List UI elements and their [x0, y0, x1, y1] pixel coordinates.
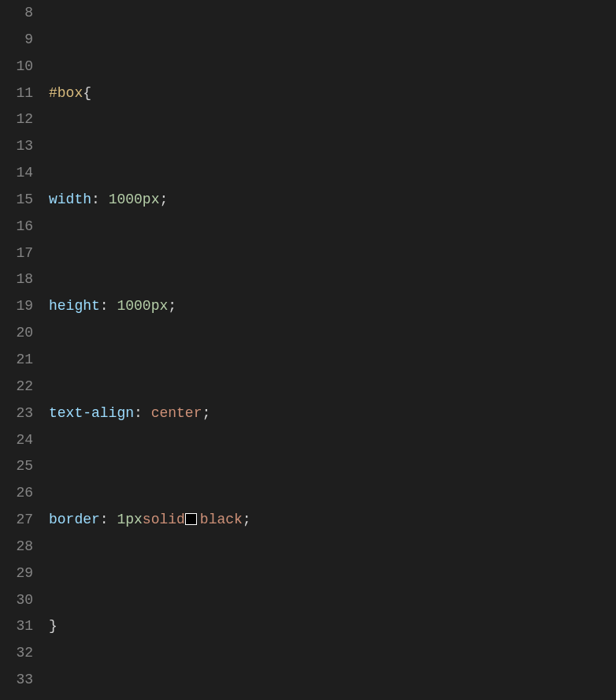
- line-number: 18: [0, 266, 33, 293]
- line-number: 29: [0, 560, 33, 587]
- css-selector: #box: [49, 80, 83, 107]
- line-number: 13: [0, 133, 33, 160]
- line-number: 12: [0, 106, 33, 133]
- line-number: 8: [0, 0, 33, 27]
- line-number-gutter: 8 9 10 11 12 13 14 15 16 17 18 19 20 21 …: [0, 0, 49, 700]
- css-prop: border: [49, 507, 100, 534]
- line-number: 31: [0, 613, 33, 640]
- line-number: 17: [0, 240, 33, 267]
- line-number: 24: [0, 427, 33, 454]
- code-line[interactable]: border: 1px solid black;: [49, 507, 616, 534]
- css-value: solid: [143, 507, 185, 534]
- line-number: 21: [0, 347, 33, 374]
- css-prop: width: [49, 187, 91, 214]
- line-number: 27: [0, 507, 33, 534]
- line-number: 26: [0, 480, 33, 507]
- code-line[interactable]: width: 1000px;: [49, 187, 616, 214]
- line-number: 19: [0, 293, 33, 320]
- line-number: 23: [0, 400, 33, 427]
- color-swatch-icon[interactable]: [185, 513, 197, 525]
- line-number: 20: [0, 320, 33, 347]
- code-area[interactable]: #box { width: 1000px; height: 1000px; te…: [49, 0, 616, 700]
- line-number: 32: [0, 640, 33, 667]
- code-line[interactable]: height: 1000px;: [49, 293, 616, 320]
- code-line[interactable]: #box {: [49, 80, 616, 107]
- line-number: 25: [0, 453, 33, 480]
- line-number: 16: [0, 214, 33, 240]
- line-number: 9: [0, 27, 33, 54]
- line-number: 30: [0, 587, 33, 614]
- css-prop: height: [49, 293, 100, 320]
- line-number: 10: [0, 54, 33, 80]
- css-value: black: [200, 507, 243, 534]
- line-number: 22: [0, 374, 33, 400]
- css-value: 1px: [117, 507, 142, 534]
- line-number: 15: [0, 187, 33, 214]
- code-line[interactable]: }: [49, 613, 616, 640]
- line-number: 33: [0, 667, 33, 694]
- line-number: 28: [0, 534, 33, 560]
- code-editor[interactable]: 8 9 10 11 12 13 14 15 16 17 18 19 20 21 …: [0, 0, 616, 700]
- css-value: 1000px: [109, 187, 160, 214]
- css-value: 1000px: [117, 293, 168, 320]
- line-number: 14: [0, 160, 33, 187]
- css-value: center: [151, 400, 202, 427]
- line-number: 11: [0, 80, 33, 107]
- code-line[interactable]: text-align: center;: [49, 400, 616, 427]
- css-prop: text-align: [49, 400, 134, 427]
